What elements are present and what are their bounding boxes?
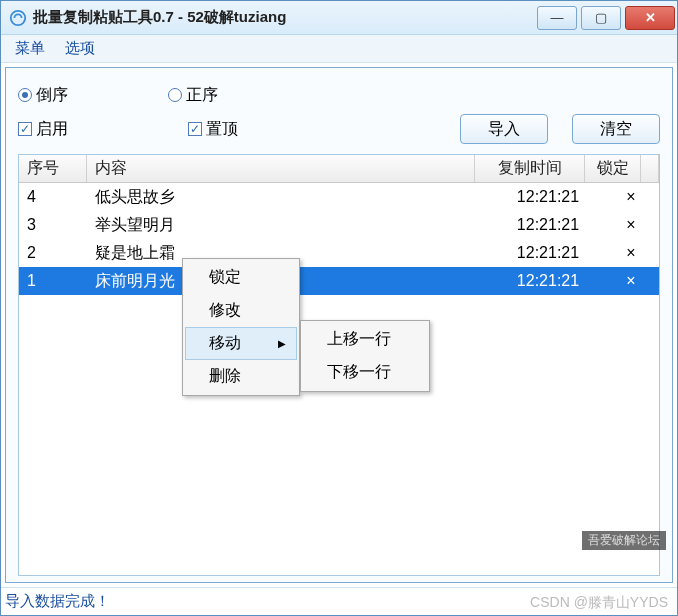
menu-main[interactable]: 菜单 — [5, 37, 55, 60]
ctx-delete[interactable]: 删除 — [185, 360, 297, 393]
check-enable[interactable]: ✓ 启用 — [18, 119, 188, 140]
window-title: 批量复制粘贴工具0.7 - 52破解tuziang — [33, 8, 537, 27]
cell-content: 举头望明月 — [87, 211, 493, 239]
table-header: 序号 内容 复制时间 锁定 — [19, 155, 659, 183]
cell-time: 12:21:21 — [493, 183, 603, 211]
col-time[interactable]: 复制时间 — [475, 155, 585, 182]
check-topmost-label: 置顶 — [206, 119, 238, 140]
radio-desc[interactable]: 倒序 — [18, 85, 68, 106]
submenu-arrow-icon: ▶ — [278, 338, 286, 349]
radio-asc-label: 正序 — [186, 85, 218, 106]
status-text: 导入数据完成！ — [5, 592, 110, 611]
cell-num: 2 — [19, 239, 87, 267]
order-row: 倒序 正序 — [18, 78, 660, 112]
col-scroll-spacer — [641, 155, 659, 182]
window-controls: — ▢ ✕ — [537, 6, 675, 30]
cell-lock: × — [603, 211, 659, 239]
cell-time: 12:21:21 — [493, 239, 603, 267]
radio-icon — [18, 88, 32, 102]
radio-asc[interactable]: 正序 — [168, 85, 218, 106]
context-menu: 锁定 修改 移动 ▶ 删除 — [182, 258, 300, 396]
clear-button[interactable]: 清空 — [572, 114, 660, 144]
cell-time: 12:21:21 — [493, 211, 603, 239]
titlebar: 批量复制粘贴工具0.7 - 52破解tuziang — ▢ ✕ — [1, 1, 677, 35]
cell-lock: × — [603, 267, 659, 295]
svg-point-0 — [11, 10, 25, 24]
check-topmost[interactable]: ✓ 置顶 — [188, 119, 238, 140]
cell-lock: × — [603, 183, 659, 211]
watermark: CSDN @滕青山YYDS — [530, 594, 668, 612]
radio-desc-label: 倒序 — [36, 85, 68, 106]
minimize-button[interactable]: — — [537, 6, 577, 30]
maximize-button[interactable]: ▢ — [581, 6, 621, 30]
toggle-row: ✓ 启用 ✓ 置顶 导入 清空 — [18, 112, 660, 146]
app-window: 批量复制粘贴工具0.7 - 52破解tuziang — ▢ ✕ 菜单 选项 倒序… — [0, 0, 678, 616]
cell-content: 低头思故乡 — [87, 183, 493, 211]
check-enable-label: 启用 — [36, 119, 68, 140]
checkbox-icon: ✓ — [188, 122, 202, 136]
ctx-move-up[interactable]: 上移一行 — [303, 323, 427, 356]
table-row[interactable]: 3举头望明月12:21:21× — [19, 211, 659, 239]
col-content[interactable]: 内容 — [87, 155, 475, 182]
app-icon — [9, 9, 27, 27]
cell-num: 1 — [19, 267, 87, 295]
col-num[interactable]: 序号 — [19, 155, 87, 182]
table-row[interactable]: 2疑是地上霜12:21:21× — [19, 239, 659, 267]
cell-num: 4 — [19, 183, 87, 211]
table-row[interactable]: 4低头思故乡12:21:21× — [19, 183, 659, 211]
table-row[interactable]: 1床前明月光12:21:21× — [19, 267, 659, 295]
close-button[interactable]: ✕ — [625, 6, 675, 30]
menubar: 菜单 选项 — [1, 35, 677, 63]
checkbox-icon: ✓ — [18, 122, 32, 136]
corner-tag: 吾爱破解论坛 — [582, 531, 666, 550]
radio-icon — [168, 88, 182, 102]
client-area: 倒序 正序 ✓ 启用 ✓ 置顶 导入 清空 序号 — [5, 67, 673, 583]
menu-options[interactable]: 选项 — [55, 37, 105, 60]
order-radio-group: 倒序 正序 — [18, 85, 218, 106]
col-lock[interactable]: 锁定 — [585, 155, 641, 182]
import-button[interactable]: 导入 — [460, 114, 548, 144]
ctx-move-down[interactable]: 下移一行 — [303, 356, 427, 389]
cell-lock: × — [603, 239, 659, 267]
context-submenu: 上移一行 下移一行 — [300, 320, 430, 392]
ctx-lock[interactable]: 锁定 — [185, 261, 297, 294]
cell-time: 12:21:21 — [493, 267, 603, 295]
ctx-move-label: 移动 — [209, 333, 241, 354]
cell-num: 3 — [19, 211, 87, 239]
ctx-edit[interactable]: 修改 — [185, 294, 297, 327]
ctx-move[interactable]: 移动 ▶ — [185, 327, 297, 360]
